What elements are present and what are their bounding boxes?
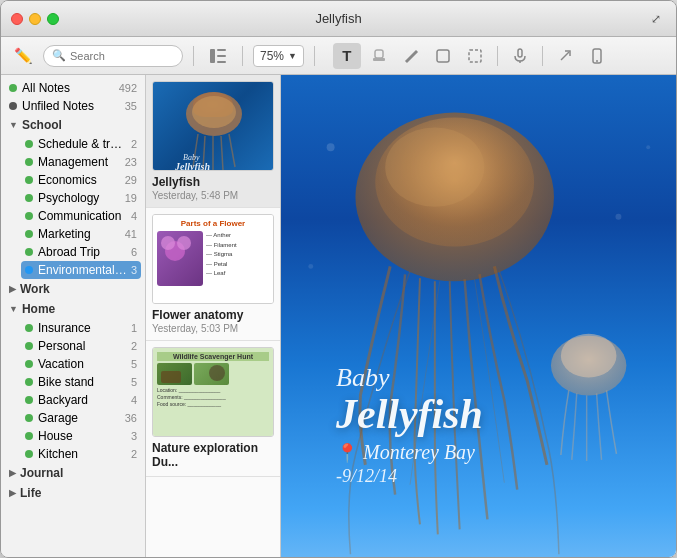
sidebar-item-vacation[interactable]: Vacation 5	[17, 355, 145, 373]
wildlife-line-1: Location: _______________	[157, 387, 269, 394]
economics-dot	[25, 176, 33, 184]
insurance-label: Insurance	[38, 321, 127, 335]
svg-point-25	[561, 334, 617, 378]
maximize-button[interactable]	[47, 13, 59, 25]
pen-icon	[403, 48, 419, 64]
sidebar-item-environmental[interactable]: Environmental Sc... 3	[21, 261, 141, 279]
jellyfish-text: Jellyfish	[336, 393, 483, 435]
link-icon	[557, 48, 573, 64]
pen-tool-button[interactable]	[397, 43, 425, 69]
svg-rect-6	[437, 50, 449, 62]
mic-button[interactable]	[506, 43, 534, 69]
sidebar-item-personal[interactable]: Personal 2	[17, 337, 145, 355]
sidebar-item-abroad[interactable]: Abroad Trip 6	[17, 243, 145, 261]
sidebar-item-all-notes[interactable]: All Notes 492	[1, 79, 145, 97]
kitchen-count: 2	[131, 448, 137, 460]
phone-button[interactable]	[583, 43, 611, 69]
close-button[interactable]	[11, 13, 23, 25]
sidebar-item-psychology[interactable]: Psychology 19	[17, 189, 145, 207]
vacation-count: 5	[131, 358, 137, 370]
management-label: Management	[38, 155, 121, 169]
sidebar-item-bike[interactable]: Bike stand 5	[17, 373, 145, 391]
shape-icon	[435, 48, 451, 64]
mic-icon	[512, 48, 528, 64]
zoom-chevron-icon: ▼	[288, 51, 297, 61]
sidebar-group-home[interactable]: ▼ Home	[1, 299, 145, 319]
wildlife-photo-2	[194, 363, 229, 385]
sidebar-group-work[interactable]: ▶ Work	[1, 279, 145, 299]
sidebar-item-insurance[interactable]: Insurance 1	[17, 319, 145, 337]
school-items: Schedule & track 2 Management 23 Economi…	[1, 135, 145, 279]
bike-label: Bike stand	[38, 375, 127, 389]
abroad-count: 6	[131, 246, 137, 258]
work-triangle-icon: ▶	[9, 284, 16, 294]
note-title-jellyfish: Jellyfish	[152, 175, 274, 189]
compose-button[interactable]: ✏️	[9, 43, 37, 69]
sidebar-toggle-button[interactable]	[204, 43, 232, 69]
search-input[interactable]	[70, 50, 174, 62]
note-item-jellyfish[interactable]: Baby Jellyfish Jellyfish Yesterday, 5:48…	[146, 75, 280, 208]
shape-tool-button[interactable]	[429, 43, 457, 69]
sidebar-group-life[interactable]: ▶ Life	[1, 483, 145, 503]
sidebar-item-kitchen[interactable]: Kitchen 2	[17, 445, 145, 463]
toolbar: ✏️ 🔍 75% ▼ T	[1, 37, 676, 75]
highlight-tool-button[interactable]	[365, 43, 393, 69]
marketing-count: 41	[125, 228, 137, 240]
flower-content: — Anther — Filament — Stigma — Petal — L…	[157, 231, 269, 286]
communication-count: 4	[131, 210, 137, 222]
school-label: School	[22, 118, 62, 132]
toolbar-separator-3	[314, 46, 315, 66]
sidebar-item-unfiled[interactable]: Unfiled Notes 35	[1, 97, 145, 115]
baby-text: Baby	[336, 364, 483, 393]
insurance-count: 1	[131, 322, 137, 334]
link-button[interactable]	[551, 43, 579, 69]
insurance-dot	[25, 324, 33, 332]
sidebar-group-journal[interactable]: ▶ Journal	[1, 463, 145, 483]
location-text: Monterey Bay	[363, 441, 475, 464]
home-items: Insurance 1 Personal 2 Vacation 5 Bike s…	[1, 319, 145, 463]
economics-label: Economics	[38, 173, 121, 187]
svg-point-29	[646, 145, 650, 149]
sidebar-item-backyard[interactable]: Backyard 4	[17, 391, 145, 409]
home-label: Home	[22, 302, 55, 316]
house-label: House	[38, 429, 127, 443]
backyard-count: 4	[131, 394, 137, 406]
house-count: 3	[131, 430, 137, 442]
sidebar-item-garage[interactable]: Garage 36	[17, 409, 145, 427]
wildlife-thumb-title: Wildlife Scavenger Hunt	[157, 352, 269, 361]
sidebar-item-management[interactable]: Management 23	[17, 153, 145, 171]
jellyfish-text-overlay: Baby Jellyfish 📍 Monterey Bay -9/12/14	[336, 364, 483, 487]
note-item-flower[interactable]: Parts of a Flower — Anther — Filament — …	[146, 208, 280, 341]
sidebar-item-marketing[interactable]: Marketing 41	[17, 225, 145, 243]
jellyfish-thumb-image: Baby Jellyfish	[153, 82, 273, 170]
svg-text:Jellyfish: Jellyfish	[174, 161, 210, 170]
location-row: 📍 Monterey Bay	[336, 441, 483, 464]
selection-tool-button[interactable]	[461, 43, 489, 69]
zoom-control[interactable]: 75% ▼	[253, 45, 304, 67]
backyard-dot	[25, 396, 33, 404]
svg-rect-2	[217, 55, 226, 57]
annotation-tools: T	[333, 43, 611, 69]
svg-rect-1	[217, 49, 226, 51]
text-tool-button[interactable]: T	[333, 43, 361, 69]
flower-label-petal: — Petal	[206, 260, 237, 270]
sidebar-item-house[interactable]: House 3	[17, 427, 145, 445]
sidebar-item-economics[interactable]: Economics 29	[17, 171, 145, 189]
svg-rect-0	[210, 49, 215, 63]
sidebar-item-communication[interactable]: Communication 4	[17, 207, 145, 225]
note-item-wildlife[interactable]: Wildlife Scavenger Hunt Location: ______…	[146, 341, 280, 477]
unfiled-dot	[9, 102, 17, 110]
expand-icon[interactable]: ⤢	[646, 9, 666, 29]
note-title-wildlife: Nature exploration Du...	[152, 441, 274, 469]
life-triangle-icon: ▶	[9, 488, 16, 498]
date-text: -9/12/14	[336, 466, 483, 487]
minimize-button[interactable]	[29, 13, 41, 25]
search-box[interactable]: 🔍	[43, 45, 183, 67]
flower-petal-2	[177, 236, 191, 250]
sidebar-item-schedule[interactable]: Schedule & track 2	[17, 135, 145, 153]
unfiled-label: Unfiled Notes	[22, 99, 121, 113]
unfiled-count: 35	[125, 100, 137, 112]
marketing-label: Marketing	[38, 227, 121, 241]
sidebar-group-school[interactable]: ▼ School	[1, 115, 145, 135]
all-notes-label: All Notes	[22, 81, 115, 95]
